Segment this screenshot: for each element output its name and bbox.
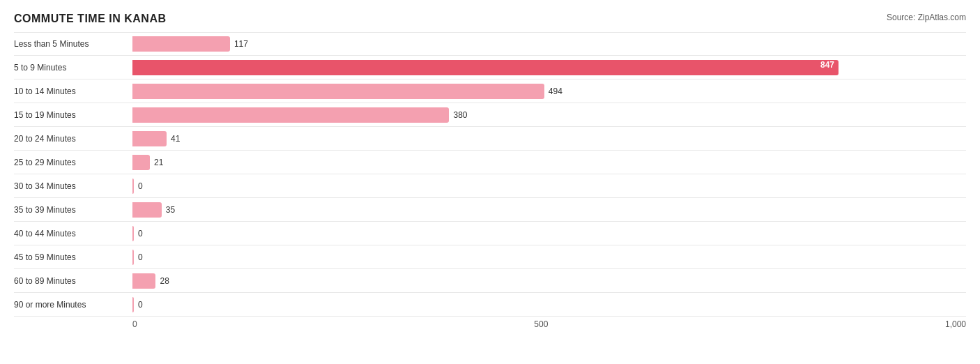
bar-fill (132, 273, 155, 289)
bar-value: 494 (549, 86, 562, 96)
x-axis-label: 0 (132, 319, 137, 329)
bar-track: 28 (132, 273, 966, 289)
bar-label: 25 to 29 Minutes (14, 158, 132, 167)
bar-fill (132, 84, 544, 99)
bar-row: 25 to 29 Minutes21 (14, 151, 966, 174)
bar-fill (132, 179, 134, 194)
bar-row: 45 to 59 Minutes0 (14, 245, 966, 269)
bar-fill (132, 131, 167, 146)
x-axis: 05001,000 (132, 319, 966, 329)
bar-track: 847 (132, 60, 966, 75)
bar-fill (132, 226, 134, 241)
bar-value: 0 (138, 252, 143, 262)
bar-value: 41 (171, 134, 180, 144)
bar-fill (132, 155, 150, 170)
chart-header: COMMUTE TIME IN KANAB Source: ZipAtlas.c… (14, 13, 966, 25)
bar-value: 0 (138, 229, 143, 238)
bar-label: 20 to 24 Minutes (14, 134, 132, 144)
bar-label: 5 to 9 Minutes (14, 63, 132, 73)
bar-label: 45 to 59 Minutes (14, 252, 132, 262)
bar-row: 35 to 39 Minutes35 (14, 198, 966, 222)
bar-track: 380 (132, 107, 966, 123)
bar-track: 0 (132, 297, 966, 312)
x-axis-label: 500 (534, 319, 548, 329)
bar-label: 60 to 89 Minutes (14, 276, 132, 286)
bar-fill (132, 107, 449, 123)
chart-container: COMMUTE TIME IN KANAB Source: ZipAtlas.c… (0, 0, 980, 364)
bar-value: 0 (138, 300, 143, 310)
bar-row: 30 to 34 Minutes0 (14, 174, 966, 198)
bar-row: 10 to 14 Minutes494 (14, 79, 966, 103)
bar-label: 10 to 14 Minutes (14, 86, 132, 96)
bar-value: 380 (453, 110, 467, 120)
bar-label: 35 to 39 Minutes (14, 205, 132, 215)
bar-fill (132, 297, 134, 312)
bar-label: 40 to 44 Minutes (14, 229, 132, 238)
bar-fill: 847 (132, 60, 839, 75)
bar-value: 847 (820, 60, 834, 70)
bar-value: 28 (160, 276, 169, 286)
bar-track: 35 (132, 202, 966, 218)
bar-row: 20 to 24 Minutes41 (14, 127, 966, 151)
bar-fill (132, 36, 230, 52)
x-axis-labels: 05001,000 (132, 319, 966, 329)
bar-row: Less than 5 Minutes117 (14, 32, 966, 56)
chart-area: Less than 5 Minutes1175 to 9 Minutes8471… (14, 32, 966, 317)
bar-value: 0 (138, 181, 143, 191)
bar-row: 5 to 9 Minutes847 (14, 56, 966, 79)
bar-row: 60 to 89 Minutes28 (14, 269, 966, 293)
x-axis-label: 1,000 (945, 319, 966, 329)
bar-row: 90 or more Minutes0 (14, 293, 966, 317)
chart-source: Source: ZipAtlas.com (887, 13, 966, 22)
bar-value: 35 (166, 205, 175, 215)
bar-track: 494 (132, 84, 966, 99)
bar-track: 0 (132, 179, 966, 194)
bar-value: 21 (154, 158, 163, 167)
bar-track: 21 (132, 155, 966, 170)
bar-fill (132, 202, 162, 218)
bar-track: 41 (132, 131, 966, 146)
bar-row: 15 to 19 Minutes380 (14, 103, 966, 127)
bar-label: Less than 5 Minutes (14, 39, 132, 49)
bar-label: 90 or more Minutes (14, 300, 132, 310)
bar-label: 15 to 19 Minutes (14, 110, 132, 120)
bar-track: 117 (132, 36, 966, 52)
chart-title: COMMUTE TIME IN KANAB (14, 13, 166, 25)
bar-value: 117 (234, 39, 248, 49)
bar-label: 30 to 34 Minutes (14, 181, 132, 191)
bar-row: 40 to 44 Minutes0 (14, 222, 966, 245)
bar-track: 0 (132, 226, 966, 241)
bar-track: 0 (132, 250, 966, 265)
bar-fill (132, 250, 134, 265)
